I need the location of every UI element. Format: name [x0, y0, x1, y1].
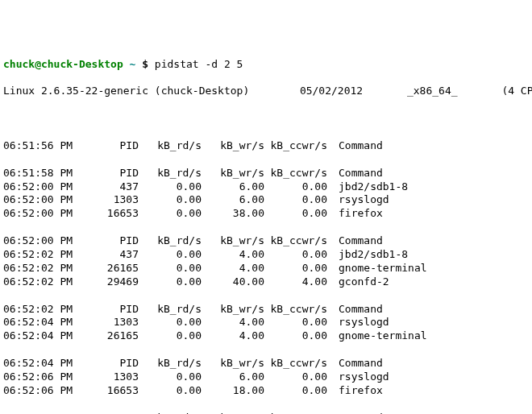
banner-date: 05/02/2012 — [300, 85, 363, 97]
cell-time: 06:52:00 PM — [3, 180, 82, 194]
cell-cmd: gnome-terminal — [327, 329, 427, 343]
cell-time: 06:52:06 PM — [3, 384, 82, 398]
col-wr: kB_wr/s — [202, 167, 264, 180]
cell-rd: 0.00 — [139, 329, 202, 343]
prompt-host: chuck-Desktop — [41, 58, 123, 70]
col-wr: kB_wr/s — [202, 303, 264, 317]
col-pid: PID — [82, 167, 139, 180]
col-pid: PID — [82, 139, 139, 153]
col-cc: kB_ccwr/s — [264, 167, 327, 180]
cell-cmd: gnome-terminal — [327, 262, 427, 275]
col-pid: PID — [82, 234, 139, 248]
col-time: 06:52:04 PM — [3, 357, 82, 371]
col-cc: kB_ccwr/s — [264, 303, 327, 317]
col-cmd: Command — [327, 139, 383, 153]
cell-rd: 0.00 — [139, 384, 202, 398]
cell-time: 06:52:02 PM — [3, 275, 82, 289]
blank-line — [3, 343, 529, 357]
cell-time: 06:52:06 PM — [3, 371, 82, 384]
col-cmd: Command — [327, 357, 383, 371]
cell-wr: 4.00 — [202, 329, 264, 343]
cell-pid: 1303 — [82, 371, 139, 384]
cell-pid: 1303 — [82, 193, 139, 207]
cell-time: 06:52:04 PM — [3, 329, 82, 343]
cell-cc: 0.00 — [264, 193, 327, 207]
header-row: 06:51:56 PMPIDkB_rd/skB_wr/skB_ccwr/sCom… — [3, 139, 529, 153]
col-time: 06:52:00 PM — [3, 234, 82, 248]
cell-rd: 0.00 — [139, 207, 202, 221]
cell-rd: 0.00 — [139, 180, 202, 194]
col-cmd: Command — [327, 303, 383, 317]
cell-pid: 437 — [82, 180, 139, 194]
col-cc: kB_ccwr/s — [264, 234, 327, 248]
cell-rd: 0.00 — [139, 316, 202, 329]
data-row: 06:52:04 PM261650.004.000.00gnome-termin… — [3, 329, 529, 343]
header-row: 06:52:00 PMPIDkB_rd/skB_wr/skB_ccwr/sCom… — [3, 234, 529, 248]
prompt-dollar: $ — [142, 58, 148, 70]
cell-time: 06:52:04 PM — [3, 316, 82, 329]
cell-cc: 0.00 — [264, 180, 327, 194]
banner-line: Linux 2.6.35-22-generic (chuck-Desktop) … — [3, 85, 529, 98]
data-row: 06:52:02 PM294690.0040.004.00gconfd-2 — [3, 275, 529, 289]
cell-wr: 4.00 — [202, 262, 264, 275]
cell-wr: 4.00 — [202, 316, 264, 329]
cell-time: 06:52:02 PM — [3, 262, 82, 275]
data-row: 06:52:02 PM4370.004.000.00jbd2/sdb1-8 — [3, 248, 529, 262]
cell-time: 06:52:02 PM — [3, 248, 82, 262]
cell-wr: 4.00 — [202, 248, 264, 262]
col-wr: kB_wr/s — [202, 234, 264, 248]
col-pid: PID — [82, 303, 139, 317]
data-row: 06:52:06 PM166530.0018.000.00firefox — [3, 384, 529, 398]
col-rd: kB_rd/s — [139, 234, 202, 248]
cell-pid: 26165 — [82, 262, 139, 275]
cell-rd: 0.00 — [139, 275, 202, 289]
cell-cmd: jbd2/sdb1-8 — [327, 248, 408, 262]
header-row: 06:52:04 PMPIDkB_rd/skB_wr/skB_ccwr/sCom… — [3, 357, 529, 371]
cell-wr: 6.00 — [202, 180, 264, 194]
data-row: 06:52:06 PM13030.006.000.00rsyslogd — [3, 371, 529, 384]
cell-wr: 38.00 — [202, 207, 264, 221]
cell-cmd: rsyslogd — [327, 316, 389, 329]
cell-cmd: firefox — [327, 384, 383, 398]
cell-pid: 26165 — [82, 329, 139, 343]
cell-pid: 16653 — [82, 384, 139, 398]
prompt-line[interactable]: chuck@chuck-Desktop ~ $ pidstat -d 2 5 — [3, 58, 529, 72]
cell-cc: 0.00 — [264, 329, 327, 343]
col-wr: kB_wr/s — [202, 139, 264, 153]
col-rd: kB_rd/s — [139, 357, 202, 371]
cell-cmd: firefox — [327, 207, 383, 221]
col-cc: kB_ccwr/s — [264, 357, 327, 371]
cell-cmd: gconfd-2 — [327, 275, 389, 289]
cell-wr: 40.00 — [202, 275, 264, 289]
col-rd: kB_rd/s — [139, 167, 202, 180]
data-row: 06:52:02 PM261650.004.000.00gnome-termin… — [3, 262, 529, 275]
cell-cc: 4.00 — [264, 275, 327, 289]
cell-cmd: jbd2/sdb1-8 — [327, 180, 408, 194]
cell-pid: 29469 — [82, 275, 139, 289]
cell-rd: 0.00 — [139, 248, 202, 262]
cell-cc: 0.00 — [264, 384, 327, 398]
cell-cc: 0.00 — [264, 316, 327, 329]
data-row: 06:52:04 PM13030.004.000.00rsyslogd — [3, 316, 529, 329]
col-cc: kB_ccwr/s — [264, 139, 327, 153]
col-cmd: Command — [327, 234, 383, 248]
col-time: 06:51:58 PM — [3, 167, 82, 180]
col-rd: kB_rd/s — [139, 139, 202, 153]
cell-pid: 16653 — [82, 207, 139, 221]
data-row: 06:52:00 PM166530.0038.000.00firefox — [3, 207, 529, 221]
data-row: 06:52:00 PM13030.006.000.00rsyslogd — [3, 193, 529, 207]
banner-kernel: Linux 2.6.35-22-generic (chuck-Desktop) — [3, 85, 249, 97]
cell-cc: 0.00 — [264, 248, 327, 262]
header-row: 06:51:58 PMPIDkB_rd/skB_wr/skB_ccwr/sCom… — [3, 167, 529, 180]
col-wr: kB_wr/s — [202, 357, 264, 371]
cell-time: 06:52:00 PM — [3, 193, 82, 207]
data-row: 06:52:00 PM4370.006.000.00jbd2/sdb1-8 — [3, 180, 529, 194]
prompt-at: @ — [35, 58, 41, 70]
col-time: 06:51:56 PM — [3, 139, 82, 153]
header-row: 06:52:02 PMPIDkB_rd/skB_wr/skB_ccwr/sCom… — [3, 303, 529, 317]
pidstat-output: 06:51:56 PMPIDkB_rd/skB_wr/skB_ccwr/sCom… — [3, 139, 529, 414]
cell-time: 06:52:00 PM — [3, 207, 82, 221]
cell-rd: 0.00 — [139, 193, 202, 207]
cell-cmd: rsyslogd — [327, 193, 389, 207]
col-rd: kB_rd/s — [139, 303, 202, 317]
